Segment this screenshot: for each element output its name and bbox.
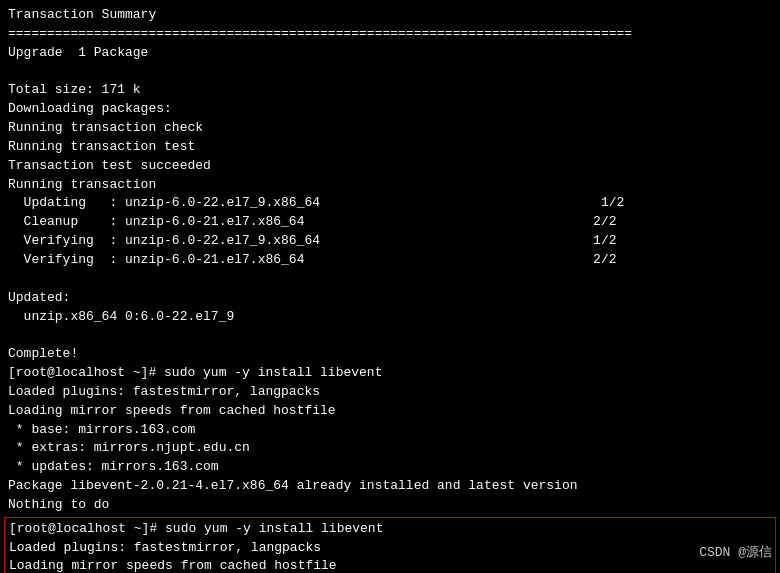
line-3: Upgrade 1 Package bbox=[8, 44, 772, 63]
line-16: Updated: bbox=[8, 289, 772, 308]
highlight-line-3: Loading mirror speeds from cached hostfi… bbox=[9, 557, 771, 573]
line-2: ========================================… bbox=[8, 25, 772, 44]
line-10: Running transaction bbox=[8, 176, 772, 195]
line-4 bbox=[8, 63, 772, 82]
highlight-line-2: Loaded plugins: fastestmirror, langpacks bbox=[9, 539, 771, 558]
line-21: Loaded plugins: fastestmirror, langpacks bbox=[8, 383, 772, 402]
line-23: * base: mirrors.163.com bbox=[8, 421, 772, 440]
highlight-line-1: [root@localhost ~]# sudo yum -y install … bbox=[9, 520, 771, 539]
line-20: [root@localhost ~]# sudo yum -y install … bbox=[8, 364, 772, 383]
watermark: CSDN @源信 bbox=[699, 544, 772, 563]
line-18 bbox=[8, 326, 772, 345]
highlighted-terminal-block: [root@localhost ~]# sudo yum -y install … bbox=[4, 517, 776, 573]
line-11: Updating : unzip-6.0-22.el7_9.x86_64 1/2 bbox=[8, 194, 772, 213]
line-19: Complete! bbox=[8, 345, 772, 364]
line-22: Loading mirror speeds from cached hostfi… bbox=[8, 402, 772, 421]
line-27: Nothing to do bbox=[8, 496, 772, 515]
line-8: Running transaction test bbox=[8, 138, 772, 157]
line-13: Verifying : unzip-6.0-22.el7_9.x86_64 1/… bbox=[8, 232, 772, 251]
line-26: Package libevent-2.0.21-4.el7.x86_64 alr… bbox=[8, 477, 772, 496]
line-24: * extras: mirrors.njupt.edu.cn bbox=[8, 439, 772, 458]
line-6: Downloading packages: bbox=[8, 100, 772, 119]
line-17: unzip.x86_64 0:6.0-22.el7_9 bbox=[8, 308, 772, 327]
line-15 bbox=[8, 270, 772, 289]
line-14: Verifying : unzip-6.0-21.el7.x86_64 2/2 bbox=[8, 251, 772, 270]
line-5: Total size: 171 k bbox=[8, 81, 772, 100]
line-25: * updates: mirrors.163.com bbox=[8, 458, 772, 477]
line-12: Cleanup : unzip-6.0-21.el7.x86_64 2/2 bbox=[8, 213, 772, 232]
line-1: Transaction Summary bbox=[8, 6, 772, 25]
terminal-window: Transaction Summary ====================… bbox=[0, 0, 780, 573]
line-9: Transaction test succeeded bbox=[8, 157, 772, 176]
line-7: Running transaction check bbox=[8, 119, 772, 138]
